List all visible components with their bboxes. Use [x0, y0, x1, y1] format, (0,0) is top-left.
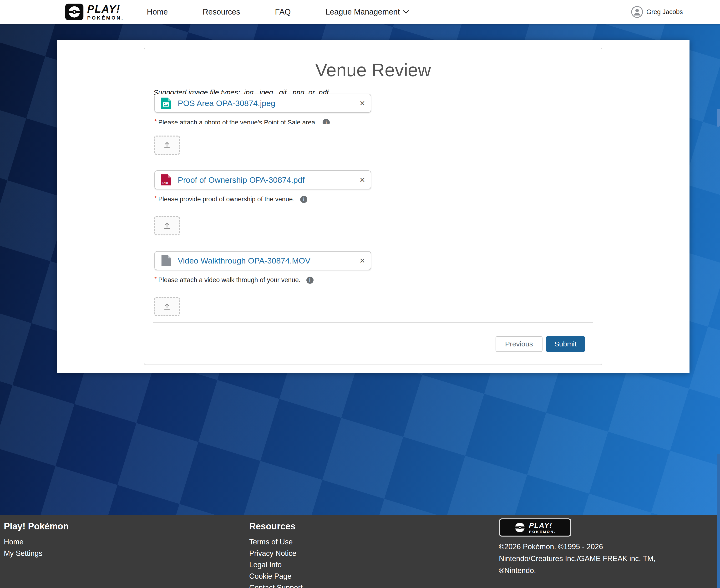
venue-review-card: Venue Review Supported image file types:… [144, 48, 602, 365]
generic-file-icon [160, 254, 172, 267]
brand-text: PLAY! POKÉMON. [87, 4, 124, 20]
footer-link-contact-support[interactable]: Contact Support [249, 582, 499, 588]
user-menu[interactable]: Greg Jacobs [631, 6, 683, 18]
copyright-line: ®Nintendo. [499, 565, 673, 576]
footer-heading-resources: Resources [249, 521, 499, 531]
copyright-line: Nintendo/Creatures Inc./GAME FREAK inc. … [499, 553, 673, 565]
footer-brand-play: PLAY! [529, 522, 556, 529]
footer-link-terms-of-use[interactable]: Terms of Use [249, 536, 499, 548]
requirement-text: Please attach a video walk through of yo… [158, 276, 300, 284]
pokeball-logo-icon [514, 522, 526, 533]
remove-file-button[interactable]: × [360, 256, 365, 265]
copyright-text: ©2026 Pokémon. ©1995 - 2026 Nintendo/Cre… [499, 541, 673, 576]
footer-brand-pokemon: POKÉMON. [529, 530, 556, 533]
info-icon[interactable]: i [306, 277, 314, 284]
copyright-line: ©2026 Pokémon. ©1995 - 2026 [499, 541, 673, 553]
previous-button[interactable]: Previous [495, 336, 543, 352]
footer-heading-play-pokemon: Play! Pokémon [4, 521, 249, 531]
brand-pokemon: POKÉMON. [87, 15, 124, 20]
chevron-down-icon [403, 10, 409, 14]
user-name: Greg Jacobs [647, 8, 683, 16]
file-upload-dropzone[interactable] [154, 135, 179, 155]
nav-home-label: Home [147, 7, 168, 17]
page: PLAY! POKÉMON. Home Resources FAQ League… [0, 0, 720, 588]
file-upload-dropzone[interactable] [154, 216, 179, 235]
divider [153, 322, 593, 323]
nav-home[interactable]: Home [147, 7, 168, 17]
top-navbar: PLAY! POKÉMON. Home Resources FAQ League… [0, 0, 720, 24]
pdf-label: PDF [163, 181, 169, 185]
content-panel: Venue Review Supported image file types:… [57, 40, 690, 373]
upload-icon [163, 302, 171, 311]
file-chip: Video Walkthrough OPA-30874.MOV × [154, 251, 371, 270]
required-asterisk: * [154, 119, 157, 124]
upload-section-pos-area: POS Area OPA-30874.jpeg × * Please attac… [154, 93, 602, 155]
play-pokemon-logo[interactable]: PLAY! POKÉMON. [65, 3, 124, 21]
nav-league-management-label: League Management [325, 7, 400, 17]
footer-link-home[interactable]: Home [4, 536, 249, 548]
info-icon[interactable]: i [300, 196, 308, 203]
nav-resources[interactable]: Resources [203, 7, 240, 17]
file-chip: POS Area OPA-30874.jpeg × [154, 93, 371, 113]
page-background: Venue Review Supported image file types:… [0, 24, 720, 514]
footer-link-privacy-notice[interactable]: Privacy Notice [249, 548, 499, 559]
main-nav: Home Resources FAQ League Management [147, 7, 409, 17]
image-file-icon [160, 97, 172, 110]
footer-brand-text: PLAY! POKÉMON. [529, 522, 556, 533]
footer-column-resources: Resources Terms of Use Privacy Notice Le… [249, 514, 499, 588]
nav-faq-label: FAQ [275, 7, 291, 17]
submit-button[interactable]: Submit [546, 336, 585, 352]
requirement-text-row: * Please attach a photo of the venue’s P… [154, 119, 602, 124]
footer-play-pokemon-logo: PLAY! POKÉMON. [499, 519, 571, 537]
brand-play: PLAY! [87, 4, 124, 14]
nav-resources-label: Resources [203, 7, 240, 17]
nav-league-management[interactable]: League Management [325, 7, 409, 17]
uploaded-file-link[interactable]: POS Area OPA-30874.jpeg [178, 99, 275, 108]
footer-link-cookie-page[interactable]: Cookie Page [249, 571, 499, 582]
requirement-text-row: * Please provide proof of ownership of t… [154, 195, 602, 203]
footer-column-copyright: PLAY! POKÉMON. ©2026 Pokémon. ©1995 - 20… [499, 514, 673, 588]
uploaded-file-link[interactable]: Proof of Ownership OPA-30874.pdf [178, 175, 304, 185]
uploaded-file-link[interactable]: Video Walkthrough OPA-30874.MOV [178, 256, 311, 266]
scrollbar-thumb[interactable] [717, 109, 720, 127]
page-title: Venue Review [144, 48, 602, 80]
requirement-text-row: * Please attach a video walk through of … [154, 276, 602, 284]
footer-column-play-pokemon: Play! Pokémon Home My Settings [0, 514, 249, 588]
footer: Play! Pokémon Home My Settings Resources… [0, 514, 720, 588]
requirement-text: Please attach a photo of the venue’s Poi… [158, 119, 317, 124]
required-asterisk: * [154, 275, 157, 283]
form-actions: Previous Submit [144, 336, 585, 352]
file-upload-dropzone[interactable] [154, 297, 179, 316]
pdf-file-icon: PDF [160, 173, 172, 186]
info-icon[interactable]: i [323, 119, 330, 124]
pokeball-logo-icon [65, 3, 84, 21]
upload-section-proof-of-ownership: PDF Proof of Ownership OPA-30874.pdf × *… [154, 170, 602, 235]
nav-faq[interactable]: FAQ [275, 7, 291, 17]
upload-icon [163, 222, 171, 230]
footer-link-legal-info[interactable]: Legal Info [249, 559, 499, 571]
remove-file-button[interactable]: × [360, 175, 365, 184]
file-chip: PDF Proof of Ownership OPA-30874.pdf × [154, 170, 371, 189]
upload-section-video-walkthrough: Video Walkthrough OPA-30874.MOV × * Plea… [154, 251, 602, 316]
footer-link-my-settings[interactable]: My Settings [4, 548, 249, 559]
required-asterisk: * [154, 195, 157, 202]
requirement-text: Please provide proof of ownership of the… [158, 195, 295, 203]
scrollbar-thumb[interactable] [717, 454, 720, 588]
scrollbar [717, 0, 720, 588]
avatar-icon [631, 6, 643, 18]
upload-icon [163, 141, 171, 149]
remove-file-button[interactable]: × [360, 99, 365, 108]
